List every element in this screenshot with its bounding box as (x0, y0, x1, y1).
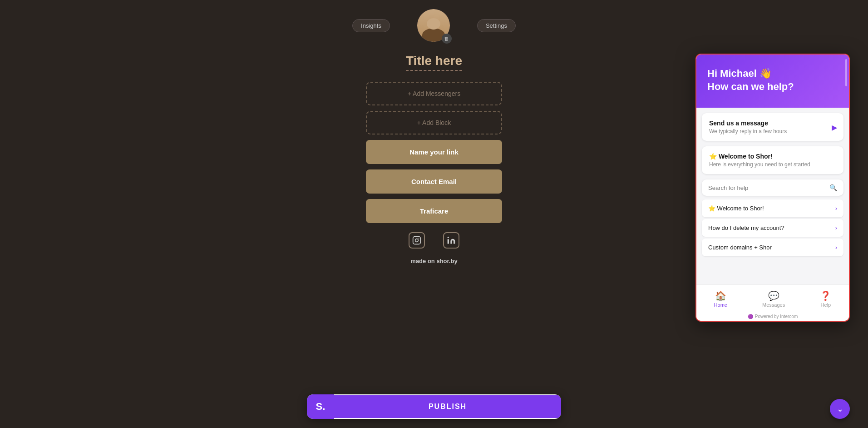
footer-messages[interactable]: 💬 Messages (755, 289, 792, 309)
search-section: 🔍 (702, 179, 843, 196)
send-arrow-icon: ▶ (832, 123, 837, 131)
add-block-button[interactable]: + Add Block (366, 111, 502, 134)
linkedin-icon[interactable] (443, 232, 459, 249)
add-messengers-button[interactable]: + Add Messengers (366, 82, 502, 105)
publish-button[interactable]: PUBLISH (334, 395, 561, 418)
intercom-header: Hi Michael 👋 How can we help? (696, 55, 849, 108)
help-item-delete-arrow: › (835, 224, 837, 231)
intercom-scrollbar (845, 59, 847, 86)
help-item-domains-text: Custom domains + Shor (708, 244, 772, 251)
name-your-link-button[interactable]: Name your link (366, 140, 502, 164)
help-icon: ❓ (820, 290, 831, 301)
contact-email-button[interactable]: Contact Email (366, 169, 502, 194)
welcome-card[interactable]: ⭐ Welcome to Shor! Here is everything yo… (702, 146, 843, 174)
footer-help[interactable]: ❓ Help (813, 289, 838, 309)
help-item-welcome-text: ⭐ Welcome to Shor! (708, 205, 764, 212)
help-item-welcome-arrow: › (835, 205, 837, 212)
intercom-widget: Hi Michael 👋 How can we help? Send us a … (695, 54, 850, 322)
publish-bar: S. PUBLISH (307, 394, 561, 419)
help-item-delete[interactable]: How do I delete my account? › (702, 219, 843, 237)
send-message-card[interactable]: Send us a message We typically reply in … (702, 113, 843, 141)
svg-point-1 (415, 239, 419, 242)
welcome-sub: Here is everything you need to get start… (709, 161, 836, 168)
intercom-logo-icon: 🟣 (748, 314, 753, 319)
instagram-icon[interactable] (409, 232, 425, 249)
chevron-down-button[interactable]: ⌄ (830, 399, 850, 419)
trash-icon[interactable]: 🗑 (442, 34, 452, 44)
top-nav: Insights 🗑 Settings (366, 9, 502, 42)
avatar-container: 🗑 (417, 9, 450, 42)
publish-logo: S. (307, 394, 334, 419)
made-on: made on shor.by (410, 258, 457, 264)
help-item-domains-arrow: › (835, 244, 837, 251)
intercom-greeting: Hi Michael 👋 How can we help? (707, 67, 838, 93)
settings-button[interactable]: Settings (477, 19, 516, 32)
help-item-domains[interactable]: Custom domains + Shor › (702, 239, 843, 256)
send-message-title: Send us a message (709, 119, 836, 127)
search-input[interactable] (708, 184, 826, 191)
svg-point-3 (448, 237, 449, 238)
intercom-powered: 🟣 Powered by Intercom (696, 312, 849, 321)
help-item-delete-text: How do I delete my account? (708, 224, 784, 231)
messages-icon: 💬 (768, 290, 779, 301)
svg-rect-0 (413, 237, 421, 244)
insights-button[interactable]: Insights (352, 19, 390, 32)
intercom-footer: 🏠 Home 💬 Messages ❓ Help (696, 284, 849, 312)
traficare-button[interactable]: Traficare (366, 199, 502, 223)
social-row (409, 232, 459, 249)
footer-home-label: Home (714, 302, 727, 308)
page-title[interactable]: Title here (406, 54, 462, 71)
footer-messages-label: Messages (762, 302, 785, 308)
footer-help-label: Help (821, 302, 831, 308)
welcome-title: ⭐ Welcome to Shor! (709, 153, 836, 160)
home-icon: 🏠 (715, 290, 726, 301)
cards-area: + Add Messengers + Add Block Name your l… (366, 82, 502, 223)
svg-point-2 (419, 238, 419, 239)
intercom-body: Send us a message We typically reply in … (696, 108, 849, 284)
send-message-sub: We typically reply in a few hours (709, 128, 836, 134)
footer-home[interactable]: 🏠 Home (707, 289, 735, 309)
help-item-welcome[interactable]: ⭐ Welcome to Shor! › (702, 199, 843, 217)
search-icon: 🔍 (829, 184, 837, 191)
